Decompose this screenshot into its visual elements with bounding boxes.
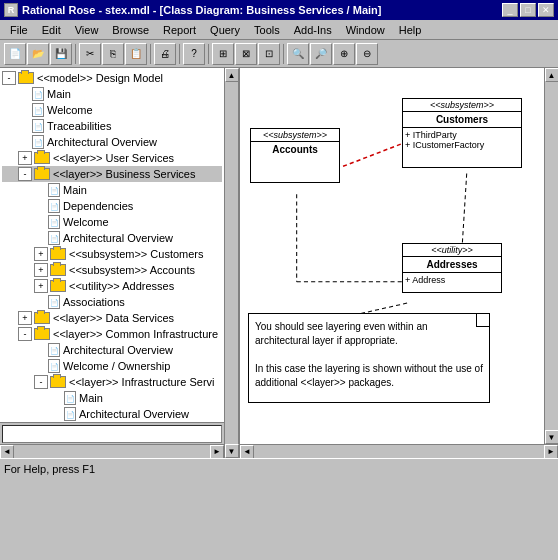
toggle-addresses[interactable]: + [34, 279, 48, 293]
toggle-accounts[interactable]: + [34, 263, 48, 277]
attributes-addresses: + Address [403, 272, 501, 287]
tree-search-input[interactable] [2, 425, 222, 443]
toolbar-print[interactable]: 🖨 [154, 43, 176, 65]
close-button[interactable]: ✕ [538, 3, 554, 17]
svg-line-0 [343, 141, 410, 167]
toolbar-sep5 [283, 44, 284, 64]
menu-edit[interactable]: Edit [36, 23, 67, 37]
menu-file[interactable]: File [4, 23, 34, 37]
toggle-data-services[interactable]: + [18, 311, 32, 325]
scroll-left-btn[interactable]: ◄ [0, 445, 14, 459]
tree-label: <<layer>> Infrastructure Servi [69, 376, 215, 388]
tree-label: <<layer>> Business Services [53, 168, 195, 180]
folder-icon [50, 264, 66, 276]
toolbar-zoom4[interactable]: ⊖ [356, 43, 378, 65]
tree-node-traceabilities[interactable]: 📄 Traceabilities [2, 118, 222, 134]
tree-h-scrollbar[interactable]: ◄ ► [0, 444, 224, 458]
toolbar-new[interactable]: 📄 [4, 43, 26, 65]
maximize-button[interactable]: □ [520, 3, 536, 17]
toggle-business-services[interactable]: - [18, 167, 32, 181]
toolbar-browse1[interactable]: ⊞ [212, 43, 234, 65]
menu-browse[interactable]: Browse [106, 23, 155, 37]
menu-help[interactable]: Help [393, 23, 428, 37]
tree-node-arch-overview1[interactable]: 📄 Architectural Overview [2, 134, 222, 150]
toolbar-copy[interactable]: ⎘ [102, 43, 124, 65]
folder-icon [34, 168, 50, 180]
toolbar-open[interactable]: 📂 [27, 43, 49, 65]
uml-box-customers[interactable]: <<subsystem>> Customers + IThirdParty + … [402, 98, 522, 168]
tree-node-design-model[interactable]: - <<model>> Design Model [2, 70, 222, 86]
title-bar: R Rational Rose - stex.mdl - [Class Diag… [0, 0, 558, 20]
toggle-user-services[interactable]: + [18, 151, 32, 165]
toolbar-browse3[interactable]: ⊡ [258, 43, 280, 65]
tree-label: Welcome [63, 216, 109, 228]
menu-report[interactable]: Report [157, 23, 202, 37]
tree-container[interactable]: - <<model>> Design Model 📄 Main 📄 Welcom… [0, 68, 224, 422]
tree-label: Architectural Overview [63, 344, 173, 356]
folder-icon [50, 376, 66, 388]
scroll-down-btn[interactable]: ▼ [545, 430, 559, 444]
scroll-up-btn[interactable]: ▲ [225, 68, 239, 82]
tree-node-main3[interactable]: 📄 Main [2, 390, 222, 406]
tree-node-welcome2[interactable]: 📄 Welcome [2, 214, 222, 230]
tree-node-addresses[interactable]: + <<utility>> Addresses [2, 278, 222, 294]
menu-view[interactable]: View [69, 23, 105, 37]
stereotype-addresses: <<utility>> [403, 244, 501, 257]
tree-node-arch-overview2[interactable]: 📄 Architectural Overview [2, 230, 222, 246]
title-bar-buttons: _ □ ✕ [502, 3, 554, 17]
tree-node-welcome1[interactable]: 📄 Welcome [2, 102, 222, 118]
toggle-common-infra[interactable]: - [18, 327, 32, 341]
menu-addins[interactable]: Add-Ins [288, 23, 338, 37]
tree-node-arch-overview3[interactable]: 📄 Architectural Overview [2, 342, 222, 358]
tree-node-main1[interactable]: 📄 Main [2, 86, 222, 102]
menu-query[interactable]: Query [204, 23, 246, 37]
toolbar-zoom3[interactable]: ⊕ [333, 43, 355, 65]
toolbar: 📄 📂 💾 ✂ ⎘ 📋 🖨 ? ⊞ ⊠ ⊡ 🔍 🔎 ⊕ ⊖ [0, 40, 558, 68]
tree-node-infra-servi[interactable]: - <<layer>> Infrastructure Servi [2, 374, 222, 390]
toggle-customers[interactable]: + [34, 247, 48, 261]
tree-node-customers[interactable]: + <<subsystem>> Customers [2, 246, 222, 262]
scroll-left-btn[interactable]: ◄ [240, 445, 254, 459]
toggle-design-model[interactable]: - [2, 71, 16, 85]
scroll-up-btn[interactable]: ▲ [545, 68, 559, 82]
minimize-button[interactable]: _ [502, 3, 518, 17]
tree-label: Main [63, 184, 87, 196]
toolbar-save[interactable]: 💾 [50, 43, 72, 65]
toolbar-help[interactable]: ? [183, 43, 205, 65]
tree-node-welcome-ownership[interactable]: 📄 Welcome / Ownership [2, 358, 222, 374]
diagram-v-scrollbar[interactable]: ▲ ▼ [544, 68, 558, 444]
toolbar-cut[interactable]: ✂ [79, 43, 101, 65]
tree-node-arch-overview4[interactable]: 📄 Architectural Overview [2, 406, 222, 422]
scroll-track [14, 448, 210, 456]
tree-search-area[interactable] [0, 422, 224, 444]
tree-node-main2[interactable]: 📄 Main [2, 182, 222, 198]
toggle-infra-servi[interactable]: - [34, 375, 48, 389]
toolbar-browse2[interactable]: ⊠ [235, 43, 257, 65]
scroll-right-btn[interactable]: ► [210, 445, 224, 459]
toolbar-zoom2[interactable]: 🔎 [310, 43, 332, 65]
toolbar-paste[interactable]: 📋 [125, 43, 147, 65]
scroll-down-btn[interactable]: ▼ [225, 444, 239, 458]
toolbar-zoom1[interactable]: 🔍 [287, 43, 309, 65]
tree-node-data-services[interactable]: + <<layer>> Data Services [2, 310, 222, 326]
tree-node-dependencies[interactable]: 📄 Dependencies [2, 198, 222, 214]
tree-label: <<model>> Design Model [37, 72, 163, 84]
tree-node-business-services[interactable]: - <<layer>> Business Services [2, 166, 222, 182]
tree-v-scrollbar[interactable]: ▲ ▼ [224, 68, 238, 458]
menu-window[interactable]: Window [340, 23, 391, 37]
diagram-area[interactable]: <<subsystem>> Accounts <<subsystem>> Cus… [240, 68, 544, 444]
uml-box-accounts[interactable]: <<subsystem>> Accounts [250, 128, 340, 183]
tree-node-associations[interactable]: 📄 Associations [2, 294, 222, 310]
diagram-h-scrollbar[interactable]: ◄ ► [240, 444, 558, 458]
uml-box-addresses[interactable]: <<utility>> Addresses + Address [402, 243, 502, 293]
tree-node-common-infra[interactable]: - <<layer>> Common Infrastructure [2, 326, 222, 342]
folder-icon [50, 248, 66, 260]
scroll-right-btn[interactable]: ► [544, 445, 558, 459]
menu-tools[interactable]: Tools [248, 23, 286, 37]
doc-icon: 📄 [32, 135, 44, 149]
tree-node-accounts[interactable]: + <<subsystem>> Accounts [2, 262, 222, 278]
doc-icon: 📄 [32, 87, 44, 101]
scroll-track [254, 448, 544, 456]
tree-node-user-services[interactable]: + <<layer>> User Services [2, 150, 222, 166]
toolbar-sep3 [179, 44, 180, 64]
